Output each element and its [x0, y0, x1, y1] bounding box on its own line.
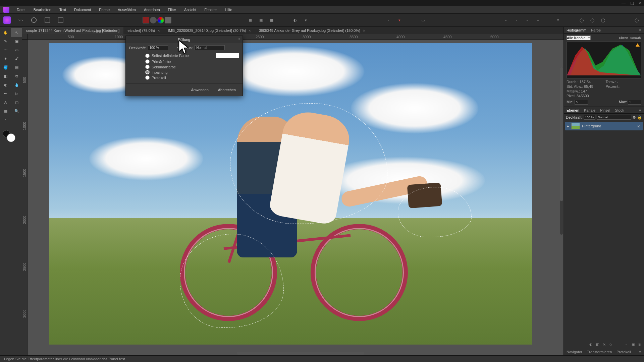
- panel-menu-icon[interactable]: ≡: [639, 28, 641, 32]
- menu-bearbeiten[interactable]: Bearbeiten: [30, 7, 55, 13]
- swatch-rgb-icon[interactable]: [157, 17, 164, 23]
- minimize-icon[interactable]: —: [622, 1, 626, 5]
- export-persona-icon[interactable]: [57, 16, 64, 24]
- hand-tool-icon[interactable]: ✋: [0, 28, 11, 37]
- shape-tool-icon[interactable]: ▢: [11, 98, 22, 107]
- foreground-color-swatch[interactable]: [7, 133, 15, 142]
- brush-tool-icon[interactable]: 🖌: [11, 54, 22, 63]
- layer-row-background[interactable]: ▸ Hintergrund ☑: [565, 122, 643, 130]
- menu-dokument[interactable]: Dokument: [71, 7, 94, 13]
- menu-datei[interactable]: Datei: [13, 7, 29, 13]
- crop-commit-icon[interactable]: ▭: [419, 16, 427, 24]
- ebene-button[interactable]: Ebene: [619, 36, 628, 40]
- arrange-4-icon[interactable]: ▫: [534, 16, 542, 24]
- text-tool-icon[interactable]: A: [0, 98, 11, 107]
- vertical-ruler[interactable]: 50010001500200025003000: [22, 40, 28, 355]
- horizontal-ruler[interactable]: 500100015002000250030003500400045005000: [28, 34, 564, 40]
- tab-transformieren[interactable]: Transformieren: [587, 350, 612, 354]
- canvas-vertical-scrollbar[interactable]: [560, 67, 563, 235]
- blendmode-select[interactable]: Normal: [195, 45, 225, 50]
- histogram-max-input[interactable]: [628, 100, 641, 105]
- menu-text[interactable]: Text: [56, 7, 69, 13]
- horizontal-scrollbar[interactable]: [237, 352, 364, 355]
- dialog-close-icon[interactable]: ×: [238, 37, 240, 41]
- color-picker-tool-icon[interactable]: ✎: [0, 37, 11, 46]
- layer-fx-icon[interactable]: ⚙: [633, 115, 636, 120]
- maximize-icon[interactable]: ▢: [630, 1, 634, 5]
- add-layer-icon[interactable]: ▫: [624, 343, 629, 347]
- radio-secondary-color[interactable]: Sekundärfarbe: [145, 65, 239, 69]
- close-icon[interactable]: ×: [158, 28, 160, 33]
- radio-protokoll[interactable]: Protokoll: [145, 75, 239, 80]
- flood-select-tool-icon[interactable]: ✦: [0, 54, 11, 63]
- menu-fenster[interactable]: Fenster: [201, 7, 220, 13]
- live-filter-icon[interactable]: ◇: [608, 343, 613, 347]
- arrange-2-icon[interactable]: ▫: [513, 16, 521, 24]
- layer-blend-select[interactable]: Normal: [597, 115, 631, 120]
- tone-persona-icon[interactable]: [44, 16, 51, 24]
- gradient-tool-icon[interactable]: ▤: [11, 63, 22, 72]
- panel-menu-icon[interactable]: ≡: [639, 108, 641, 112]
- channel-select[interactable]: Alle Kanäle: [567, 36, 591, 40]
- tab-doc-3[interactable]: IMG_20200625_205140.jpg [Geändert] (20,7…: [164, 27, 255, 34]
- move-tool-icon[interactable]: ↖: [11, 28, 22, 37]
- swatch-auto-icon[interactable]: [165, 17, 171, 23]
- tab-doc-2[interactable]: eändert] (75,0%)×: [123, 27, 164, 34]
- group-layer-icon[interactable]: ▣: [631, 343, 635, 347]
- tab-color[interactable]: Farbe: [591, 28, 601, 32]
- zoom-tool-icon[interactable]: 🔍: [11, 107, 22, 115]
- menu-anordnen[interactable]: Anordnen: [141, 7, 163, 13]
- snap-options-icon[interactable]: ▾: [395, 16, 404, 24]
- ruler-origin[interactable]: [22, 34, 28, 40]
- tab-kanaele[interactable]: Kanäle: [584, 108, 595, 112]
- blur-tool-icon[interactable]: 💧: [11, 80, 22, 89]
- menu-ebene[interactable]: Ebene: [96, 7, 113, 13]
- delete-layer-icon[interactable]: 🗑: [637, 343, 642, 347]
- cancel-button[interactable]: Abbrechen: [215, 86, 238, 93]
- account-icon[interactable]: ◯: [633, 16, 641, 24]
- node-tool-icon[interactable]: ▷: [11, 89, 22, 98]
- crop-tool-icon[interactable]: ▣: [11, 37, 22, 46]
- close-icon[interactable]: ✕: [639, 1, 642, 5]
- swatch-grey-icon[interactable]: [150, 17, 157, 23]
- circle-1-icon[interactable]: ◯: [578, 16, 586, 24]
- canvas-image[interactable]: [49, 43, 532, 345]
- selection-mode-new-icon[interactable]: ▦: [246, 16, 254, 24]
- close-icon[interactable]: ×: [363, 28, 365, 33]
- panel-menu-icon[interactable]: ≡: [639, 350, 641, 354]
- arrange-1-icon[interactable]: ▫: [502, 16, 510, 24]
- dodge-tool-icon[interactable]: ◐: [0, 80, 11, 89]
- layer-opacity-select[interactable]: 100 %: [584, 115, 595, 120]
- tab-doc-4[interactable]: 3805349 Alexander Grey auf Pixabay.jpg […: [255, 27, 369, 34]
- radio-custom-color[interactable]: Selbst definierte Farbe: [145, 53, 239, 58]
- layer-name-label[interactable]: Hintergrund: [582, 124, 601, 128]
- marquee-tool-icon[interactable]: ▭: [11, 46, 22, 54]
- menu-auswaehlen[interactable]: Auswählen: [114, 7, 139, 13]
- liquify-persona-icon[interactable]: [17, 16, 24, 24]
- snap-icon[interactable]: ⫞: [385, 16, 393, 24]
- custom-color-chip[interactable]: [216, 53, 239, 58]
- layer-visibility-icon[interactable]: ▸: [567, 124, 569, 128]
- eraser-tool-icon[interactable]: ◧: [0, 72, 11, 80]
- photo-persona-icon[interactable]: [3, 16, 11, 24]
- selection-brush-tool-icon[interactable]: 〰: [0, 46, 11, 54]
- chevron-down-icon[interactable]: ▾: [302, 16, 310, 24]
- view-tool-icon[interactable]: ▫: [0, 115, 11, 124]
- pen-tool-icon[interactable]: ✒: [0, 89, 11, 98]
- circle-2-icon[interactable]: ◯: [588, 16, 596, 24]
- radio-primary-color[interactable]: Primärfarbe: [145, 59, 239, 64]
- fx-icon[interactable]: fx: [602, 343, 606, 347]
- tab-pinsel[interactable]: Pinsel: [600, 108, 610, 112]
- swatch-red-icon[interactable]: [143, 17, 149, 23]
- tab-stock[interactable]: Stock: [615, 108, 624, 112]
- radio-inpainting[interactable]: Inpainting: [145, 70, 239, 74]
- adjust-icon[interactable]: ◧: [595, 343, 600, 347]
- arrange-3-icon[interactable]: ▫: [523, 16, 531, 24]
- develop-persona-icon[interactable]: [30, 16, 38, 24]
- apply-button[interactable]: Anwenden: [189, 86, 211, 93]
- canvas-viewport[interactable]: 500100015002000250030003500400045005000 …: [22, 34, 564, 355]
- tab-doc-1[interactable]: couple-1718244 Karen Warfel auf Pixabay.…: [22, 27, 123, 34]
- tab-histogram[interactable]: Histogramm: [567, 28, 586, 32]
- dialog-titlebar[interactable]: Füllung ×: [126, 36, 243, 43]
- selection-mode-add-icon[interactable]: ▦: [257, 16, 265, 24]
